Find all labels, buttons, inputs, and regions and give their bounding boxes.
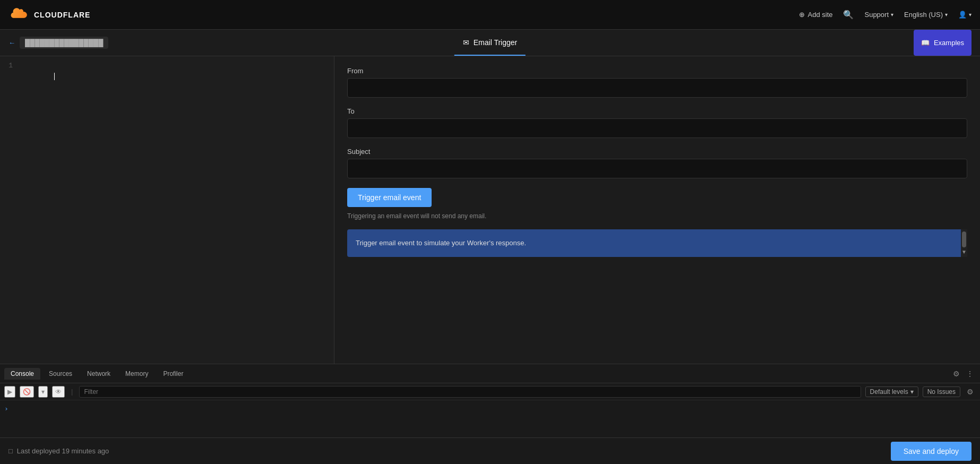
editor-content: 1 xyxy=(0,56,334,364)
trigger-note: Triggering an email event will not send … xyxy=(347,212,967,220)
search-button[interactable]: 🔍 xyxy=(843,10,854,20)
topnav-actions: ⊕ Add site 🔍 Support ▾ English (US) ▾ 👤 … xyxy=(799,10,972,20)
scrollbar-thumb[interactable] xyxy=(962,231,966,247)
tab-profiler[interactable]: Profiler xyxy=(157,368,190,380)
email-icon: ✉ xyxy=(463,38,469,47)
chevron-down-icon: ▾ xyxy=(945,12,948,18)
code-editor: 1 xyxy=(0,56,334,364)
tab-console[interactable]: Console xyxy=(4,368,40,380)
tab-memory[interactable]: Memory xyxy=(119,368,154,380)
line-number: 1 xyxy=(4,61,13,71)
plus-icon: ⊕ xyxy=(799,11,805,19)
code-input[interactable] xyxy=(17,56,334,364)
email-trigger-tab[interactable]: ✉ Email Trigger xyxy=(454,30,526,56)
console-settings-icon[interactable]: ⚙ xyxy=(965,385,976,398)
console-content: › xyxy=(0,400,980,437)
examples-button[interactable]: 📖 Examples xyxy=(914,30,972,56)
last-deployed-text: Last deployed 19 minutes ago xyxy=(17,447,109,455)
trigger-form: From To Subject Trigger email event Trig… xyxy=(334,56,980,364)
book-icon: 📖 xyxy=(921,39,930,47)
support-dropdown[interactable]: Support ▾ xyxy=(864,11,893,19)
response-box: Trigger email event to simulate your Wor… xyxy=(347,229,967,257)
from-input[interactable] xyxy=(347,78,967,98)
console-prompt: › xyxy=(4,405,8,413)
devtools-more-icon[interactable]: ⋮ xyxy=(964,367,976,380)
devtools-settings-icon[interactable]: ⚙ xyxy=(951,367,962,380)
response-scrollbar[interactable]: ▼ xyxy=(961,229,967,257)
back-button[interactable]: ← ████████████████ xyxy=(8,30,117,56)
back-arrow-icon: ← xyxy=(8,39,15,47)
block-icon[interactable]: 🚫 xyxy=(20,386,34,398)
play-button[interactable]: ▶ xyxy=(4,386,15,398)
filter-dropdown-btn[interactable]: ▾ xyxy=(38,386,48,398)
worker-name: ████████████████ xyxy=(20,37,108,49)
cursor xyxy=(54,72,55,80)
trigger-email-button[interactable]: Trigger email event xyxy=(347,188,432,207)
to-label: To xyxy=(347,107,967,115)
devtools-tabs: Console Sources Network Memory Profiler … xyxy=(0,364,980,383)
add-site-button[interactable]: ⊕ Add site xyxy=(799,11,833,19)
user-icon: 👤 xyxy=(958,11,967,19)
to-field-group: To xyxy=(347,107,967,138)
language-dropdown[interactable]: English (US) ▾ xyxy=(904,11,948,19)
line-numbers: 1 xyxy=(0,56,17,364)
chevron-down-icon: ▾ xyxy=(891,12,893,18)
user-dropdown[interactable]: 👤 ▾ xyxy=(958,11,972,19)
email-trigger-panel: From To Subject Trigger email event Trig… xyxy=(334,56,980,364)
chevron-down-icon: ▾ xyxy=(910,388,914,396)
save-deploy-button[interactable]: Save and deploy xyxy=(891,442,972,461)
deploy-icon: □ xyxy=(8,447,13,455)
tab-network[interactable]: Network xyxy=(81,368,117,380)
top-navigation: CLOUDFLARE ⊕ Add site 🔍 Support ▾ Englis… xyxy=(0,0,980,30)
deploy-status: □ Last deployed 19 minutes ago xyxy=(8,447,109,455)
from-field-group: From xyxy=(347,67,967,98)
default-levels-button[interactable]: Default levels ▾ xyxy=(865,386,918,397)
bottom-panel: Console Sources Network Memory Profiler … xyxy=(0,364,980,437)
console-filter-input[interactable] xyxy=(79,386,861,398)
chevron-down-icon: ▾ xyxy=(969,12,972,18)
eye-icon[interactable]: 👁 xyxy=(52,386,65,398)
response-container: Trigger email event to simulate your Wor… xyxy=(347,229,967,257)
footer-bar: □ Last deployed 19 minutes ago Save and … xyxy=(0,437,980,464)
subject-input[interactable] xyxy=(347,159,967,178)
subject-label: Subject xyxy=(347,148,967,156)
cloudflare-logo: CLOUDFLARE xyxy=(8,8,90,22)
console-toolbar: ▶ 🚫 ▾ 👁 | Default levels ▾ No Issues ⚙ xyxy=(0,383,980,400)
tab-sources[interactable]: Sources xyxy=(42,368,79,380)
secondary-navigation: ← ████████████████ ✉ Email Trigger 📖 Exa… xyxy=(0,30,980,56)
subject-field-group: Subject xyxy=(347,148,967,178)
from-label: From xyxy=(347,67,967,75)
no-issues-badge: No Issues xyxy=(923,386,960,397)
to-input[interactable] xyxy=(347,118,967,138)
logo-text: CLOUDFLARE xyxy=(34,11,90,19)
main-area: 1 From To Subject Trigger email xyxy=(0,56,980,364)
scroll-down-arrow[interactable]: ▼ xyxy=(961,249,967,255)
